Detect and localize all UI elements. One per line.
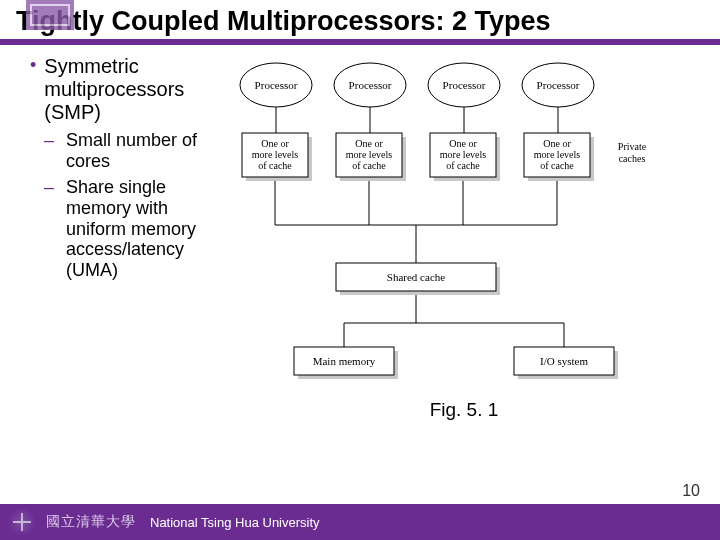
sub-bullet-uma-text: Share single memory with uniform memory … (66, 177, 226, 280)
shared-cache-label: Shared cache (387, 271, 445, 283)
svg-text:more levels: more levels (534, 149, 580, 160)
proc-label-3: Processor (443, 79, 486, 91)
figure-column: Processor Processor Processor Processor (234, 55, 694, 421)
svg-text:One or: One or (355, 138, 383, 149)
slide-title: Tightly Coupled Multiprocessors: 2 Types (16, 6, 704, 37)
sub-bullet-cores-text: Small number of cores (66, 130, 226, 171)
svg-text:One or: One or (261, 138, 289, 149)
proc-label-2: Processor (349, 79, 392, 91)
footer-chinese-name: 國立清華大學 (46, 513, 136, 531)
smp-diagram: Processor Processor Processor Processor (234, 55, 694, 395)
sub-bullet-cores: – Small number of cores (44, 130, 226, 171)
private-caches-label-1: Private (618, 141, 647, 152)
bullet-dot-icon: • (30, 55, 36, 124)
svg-text:of cache: of cache (446, 160, 480, 171)
page-number: 10 (682, 482, 700, 500)
footer-university-name: National Tsing Hua University (150, 515, 320, 530)
bullet-smp-text: Symmetric multiprocessors (SMP) (44, 55, 226, 124)
private-caches-label-2: caches (619, 153, 646, 164)
svg-text:One or: One or (543, 138, 571, 149)
svg-text:more levels: more levels (346, 149, 392, 160)
main-memory-label: Main memory (313, 355, 376, 367)
svg-text:One or: One or (449, 138, 477, 149)
figure-caption: Fig. 5. 1 (234, 399, 694, 421)
svg-text:of cache: of cache (540, 160, 574, 171)
university-crest-icon (26, 0, 74, 30)
io-system-label: I/O system (540, 355, 588, 367)
dash-icon: – (44, 177, 54, 280)
svg-text:more levels: more levels (440, 149, 486, 160)
bullet-smp: • Symmetric multiprocessors (SMP) (30, 55, 226, 124)
svg-text:of cache: of cache (258, 160, 292, 171)
footer-bar: 國立清華大學 National Tsing Hua University (0, 504, 720, 540)
dash-icon: – (44, 130, 54, 171)
sub-bullet-uma: – Share single memory with uniform memor… (44, 177, 226, 280)
text-column: • Symmetric multiprocessors (SMP) – Smal… (30, 55, 226, 421)
svg-text:of cache: of cache (352, 160, 386, 171)
proc-label-1: Processor (255, 79, 298, 91)
footer-logo-icon (8, 508, 36, 536)
proc-label-4: Processor (537, 79, 580, 91)
svg-text:more levels: more levels (252, 149, 298, 160)
